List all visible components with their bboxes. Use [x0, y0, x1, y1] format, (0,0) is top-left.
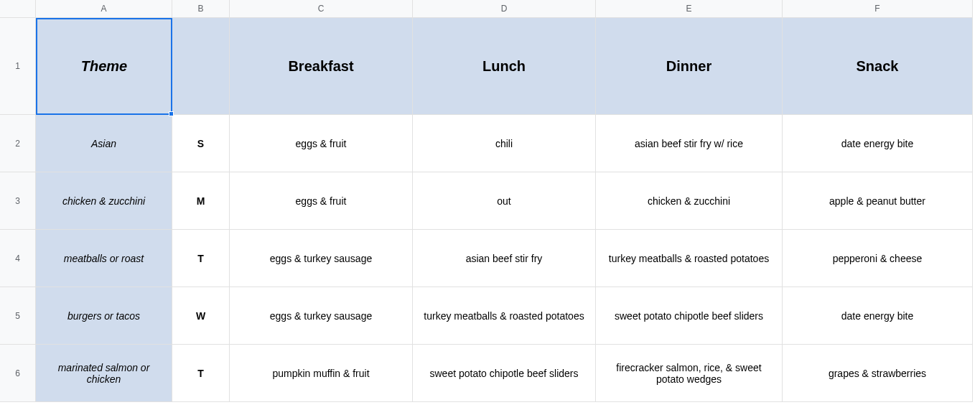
col-header-d[interactable]: D — [413, 0, 596, 18]
cell-f1[interactable]: Snack — [783, 18, 973, 115]
col-header-f[interactable]: F — [783, 0, 973, 18]
spreadsheet-grid[interactable]: A B C D E F 1 Theme Breakfast Lunch Dinn… — [0, 0, 980, 402]
cell-f5[interactable]: date energy bite — [783, 287, 973, 345]
cell-a6[interactable]: marinated salmon or chicken — [36, 345, 172, 402]
cell-b6[interactable]: T — [172, 345, 230, 402]
cell-e1[interactable]: Dinner — [596, 18, 783, 115]
cell-e5[interactable]: sweet potato chipotle beef sliders — [596, 287, 783, 345]
cell-e4[interactable]: turkey meatballs & roasted potatoes — [596, 230, 783, 287]
cell-d6[interactable]: sweet potato chipotle beef sliders — [413, 345, 596, 402]
header-theme: Theme — [81, 58, 127, 75]
cell-f2[interactable]: date energy bite — [783, 115, 973, 172]
cell-a1[interactable]: Theme — [36, 18, 172, 115]
selection-handle[interactable] — [169, 111, 174, 116]
row-header-4[interactable]: 4 — [0, 230, 36, 287]
cell-e6[interactable]: firecracker salmon, rice, & sweet potato… — [596, 345, 783, 402]
row-header-3[interactable]: 3 — [0, 172, 36, 230]
cell-f3[interactable]: apple & peanut butter — [783, 172, 973, 230]
cell-b2[interactable]: S — [172, 115, 230, 172]
cell-c4[interactable]: eggs & turkey sausage — [230, 230, 413, 287]
cell-b1[interactable] — [172, 18, 230, 115]
cell-a2[interactable]: Asian — [36, 115, 172, 172]
row-header-6[interactable]: 6 — [0, 345, 36, 402]
cell-c1[interactable]: Breakfast — [230, 18, 413, 115]
cell-a4[interactable]: meatballs or roast — [36, 230, 172, 287]
cell-b4[interactable]: T — [172, 230, 230, 287]
cell-d1[interactable]: Lunch — [413, 18, 596, 115]
cell-d4[interactable]: asian beef stir fry — [413, 230, 596, 287]
cell-c3[interactable]: eggs & fruit — [230, 172, 413, 230]
cell-d2[interactable]: chili — [413, 115, 596, 172]
col-header-a[interactable]: A — [36, 0, 172, 18]
cell-a3[interactable]: chicken & zucchini — [36, 172, 172, 230]
row-header-5[interactable]: 5 — [0, 287, 36, 345]
cell-d3[interactable]: out — [413, 172, 596, 230]
cell-f6[interactable]: grapes & strawberries — [783, 345, 973, 402]
cell-b3[interactable]: M — [172, 172, 230, 230]
cell-e2[interactable]: asian beef stir fry w/ rice — [596, 115, 783, 172]
select-all-corner[interactable] — [0, 0, 36, 18]
col-header-b[interactable]: B — [172, 0, 230, 18]
cell-c5[interactable]: eggs & turkey sausage — [230, 287, 413, 345]
cell-a5[interactable]: burgers or tacos — [36, 287, 172, 345]
row-header-2[interactable]: 2 — [0, 115, 36, 172]
cell-e3[interactable]: chicken & zucchini — [596, 172, 783, 230]
cell-f4[interactable]: pepperoni & cheese — [783, 230, 973, 287]
col-header-e[interactable]: E — [596, 0, 783, 18]
cell-c6[interactable]: pumpkin muffin & fruit — [230, 345, 413, 402]
row-header-1[interactable]: 1 — [0, 18, 36, 115]
col-header-c[interactable]: C — [230, 0, 413, 18]
cell-c2[interactable]: eggs & fruit — [230, 115, 413, 172]
cell-d5[interactable]: turkey meatballs & roasted potatoes — [413, 287, 596, 345]
cell-b5[interactable]: W — [172, 287, 230, 345]
